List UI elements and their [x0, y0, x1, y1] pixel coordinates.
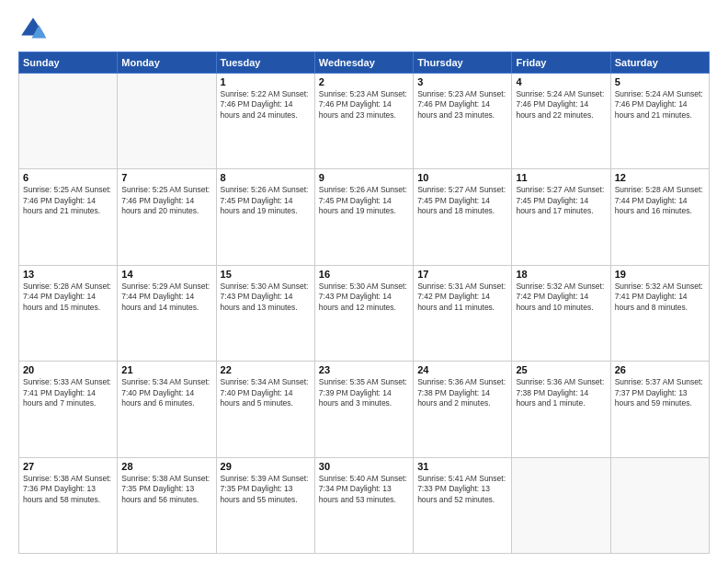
day-cell: 22Sunrise: 5:34 AM Sunset: 7:40 PM Dayli… [216, 362, 314, 457]
day-cell: 25Sunrise: 5:36 AM Sunset: 7:38 PM Dayli… [512, 362, 610, 457]
day-number: 14 [121, 269, 211, 280]
day-info: Sunrise: 5:34 AM Sunset: 7:40 PM Dayligh… [221, 377, 311, 408]
day-cell: 13Sunrise: 5:28 AM Sunset: 7:44 PM Dayli… [19, 265, 118, 361]
day-cell: 7Sunrise: 5:25 AM Sunset: 7:46 PM Daylig… [118, 169, 216, 265]
day-cell: 12Sunrise: 5:28 AM Sunset: 7:44 PM Dayli… [610, 169, 709, 265]
day-number: 29 [221, 461, 311, 472]
day-number: 21 [121, 364, 211, 375]
day-info: Sunrise: 5:26 AM Sunset: 7:45 PM Dayligh… [221, 185, 311, 216]
day-cell [512, 457, 610, 553]
day-number: 12 [615, 172, 705, 183]
day-number: 8 [221, 172, 311, 183]
day-number: 13 [23, 269, 113, 280]
day-info: Sunrise: 5:30 AM Sunset: 7:43 PM Dayligh… [221, 282, 311, 313]
day-info: Sunrise: 5:31 AM Sunset: 7:42 PM Dayligh… [417, 282, 507, 313]
day-number: 23 [319, 364, 409, 375]
day-number: 25 [516, 364, 606, 375]
day-info: Sunrise: 5:37 AM Sunset: 7:37 PM Dayligh… [615, 377, 705, 408]
day-cell [118, 74, 216, 169]
day-cell: 10Sunrise: 5:27 AM Sunset: 7:45 PM Dayli… [414, 169, 512, 265]
col-header-thursday: Thursday [414, 52, 512, 74]
logo-icon [18, 15, 48, 44]
day-cell [19, 74, 118, 169]
day-cell: 19Sunrise: 5:32 AM Sunset: 7:41 PM Dayli… [610, 265, 709, 361]
day-info: Sunrise: 5:34 AM Sunset: 7:40 PM Dayligh… [121, 377, 211, 408]
day-number: 28 [121, 461, 211, 472]
day-number: 18 [516, 269, 606, 280]
day-number: 27 [23, 461, 113, 472]
day-number: 7 [121, 172, 211, 183]
day-info: Sunrise: 5:40 AM Sunset: 7:34 PM Dayligh… [319, 474, 409, 505]
day-info: Sunrise: 5:29 AM Sunset: 7:44 PM Dayligh… [121, 282, 211, 313]
day-cell: 6Sunrise: 5:25 AM Sunset: 7:46 PM Daylig… [19, 169, 118, 265]
day-cell: 23Sunrise: 5:35 AM Sunset: 7:39 PM Dayli… [314, 362, 413, 457]
col-header-saturday: Saturday [610, 52, 709, 74]
day-number: 11 [516, 172, 606, 183]
day-cell: 3Sunrise: 5:23 AM Sunset: 7:46 PM Daylig… [414, 74, 512, 169]
day-number: 16 [319, 269, 409, 280]
week-row-1: 6Sunrise: 5:25 AM Sunset: 7:46 PM Daylig… [19, 169, 710, 265]
day-cell: 24Sunrise: 5:36 AM Sunset: 7:38 PM Dayli… [414, 362, 512, 457]
col-header-monday: Monday [118, 52, 216, 74]
day-cell: 31Sunrise: 5:41 AM Sunset: 7:33 PM Dayli… [414, 457, 512, 553]
calendar-table: SundayMondayTuesdayWednesdayThursdayFrid… [18, 52, 710, 554]
day-info: Sunrise: 5:24 AM Sunset: 7:46 PM Dayligh… [615, 89, 705, 121]
day-info: Sunrise: 5:38 AM Sunset: 7:36 PM Dayligh… [23, 474, 113, 505]
day-info: Sunrise: 5:25 AM Sunset: 7:46 PM Dayligh… [23, 185, 113, 216]
header [18, 15, 710, 44]
day-cell: 2Sunrise: 5:23 AM Sunset: 7:46 PM Daylig… [314, 74, 413, 169]
day-number: 3 [417, 76, 507, 87]
day-number: 24 [417, 364, 507, 375]
day-info: Sunrise: 5:32 AM Sunset: 7:41 PM Dayligh… [615, 282, 705, 313]
day-cell: 27Sunrise: 5:38 AM Sunset: 7:36 PM Dayli… [19, 457, 118, 553]
day-cell: 4Sunrise: 5:24 AM Sunset: 7:46 PM Daylig… [512, 74, 610, 169]
day-number: 30 [319, 461, 409, 472]
col-header-sunday: Sunday [19, 52, 118, 74]
day-number: 31 [417, 461, 507, 472]
day-cell: 26Sunrise: 5:37 AM Sunset: 7:37 PM Dayli… [610, 362, 709, 457]
day-info: Sunrise: 5:28 AM Sunset: 7:44 PM Dayligh… [615, 185, 705, 216]
day-cell: 8Sunrise: 5:26 AM Sunset: 7:45 PM Daylig… [216, 169, 314, 265]
week-row-0: 1Sunrise: 5:22 AM Sunset: 7:46 PM Daylig… [19, 74, 710, 169]
day-info: Sunrise: 5:33 AM Sunset: 7:41 PM Dayligh… [23, 377, 113, 408]
day-number: 22 [221, 364, 311, 375]
day-info: Sunrise: 5:28 AM Sunset: 7:44 PM Dayligh… [23, 282, 113, 313]
day-number: 15 [221, 269, 311, 280]
col-header-tuesday: Tuesday [216, 52, 314, 74]
day-info: Sunrise: 5:36 AM Sunset: 7:38 PM Dayligh… [417, 377, 507, 408]
day-number: 26 [615, 364, 705, 375]
day-number: 10 [417, 172, 507, 183]
day-cell: 5Sunrise: 5:24 AM Sunset: 7:46 PM Daylig… [610, 74, 709, 169]
day-cell: 11Sunrise: 5:27 AM Sunset: 7:45 PM Dayli… [512, 169, 610, 265]
day-cell: 20Sunrise: 5:33 AM Sunset: 7:41 PM Dayli… [19, 362, 118, 457]
day-number: 1 [221, 76, 311, 87]
day-info: Sunrise: 5:32 AM Sunset: 7:42 PM Dayligh… [516, 282, 606, 313]
day-info: Sunrise: 5:22 AM Sunset: 7:46 PM Dayligh… [221, 89, 311, 121]
calendar-header-row: SundayMondayTuesdayWednesdayThursdayFrid… [19, 52, 710, 74]
day-info: Sunrise: 5:36 AM Sunset: 7:38 PM Dayligh… [516, 377, 606, 408]
day-number: 9 [319, 172, 409, 183]
day-number: 4 [516, 76, 606, 87]
day-info: Sunrise: 5:27 AM Sunset: 7:45 PM Dayligh… [417, 185, 507, 216]
day-cell: 17Sunrise: 5:31 AM Sunset: 7:42 PM Dayli… [414, 265, 512, 361]
day-cell: 29Sunrise: 5:39 AM Sunset: 7:35 PM Dayli… [216, 457, 314, 553]
day-info: Sunrise: 5:38 AM Sunset: 7:35 PM Dayligh… [121, 474, 211, 505]
day-info: Sunrise: 5:23 AM Sunset: 7:46 PM Dayligh… [417, 89, 507, 121]
day-cell: 1Sunrise: 5:22 AM Sunset: 7:46 PM Daylig… [216, 74, 314, 169]
day-cell: 21Sunrise: 5:34 AM Sunset: 7:40 PM Dayli… [118, 362, 216, 457]
day-number: 20 [23, 364, 113, 375]
day-number: 5 [615, 76, 705, 87]
day-info: Sunrise: 5:27 AM Sunset: 7:45 PM Dayligh… [516, 185, 606, 216]
day-info: Sunrise: 5:24 AM Sunset: 7:46 PM Dayligh… [516, 89, 606, 121]
day-info: Sunrise: 5:41 AM Sunset: 7:33 PM Dayligh… [417, 474, 507, 505]
day-info: Sunrise: 5:26 AM Sunset: 7:45 PM Dayligh… [319, 185, 409, 216]
day-info: Sunrise: 5:35 AM Sunset: 7:39 PM Dayligh… [319, 377, 409, 408]
day-cell: 30Sunrise: 5:40 AM Sunset: 7:34 PM Dayli… [314, 457, 413, 553]
day-number: 17 [417, 269, 507, 280]
day-cell: 28Sunrise: 5:38 AM Sunset: 7:35 PM Dayli… [118, 457, 216, 553]
day-cell: 9Sunrise: 5:26 AM Sunset: 7:45 PM Daylig… [314, 169, 413, 265]
logo [18, 15, 51, 44]
day-info: Sunrise: 5:25 AM Sunset: 7:46 PM Dayligh… [121, 185, 211, 216]
day-number: 19 [615, 269, 705, 280]
day-cell: 14Sunrise: 5:29 AM Sunset: 7:44 PM Dayli… [118, 265, 216, 361]
